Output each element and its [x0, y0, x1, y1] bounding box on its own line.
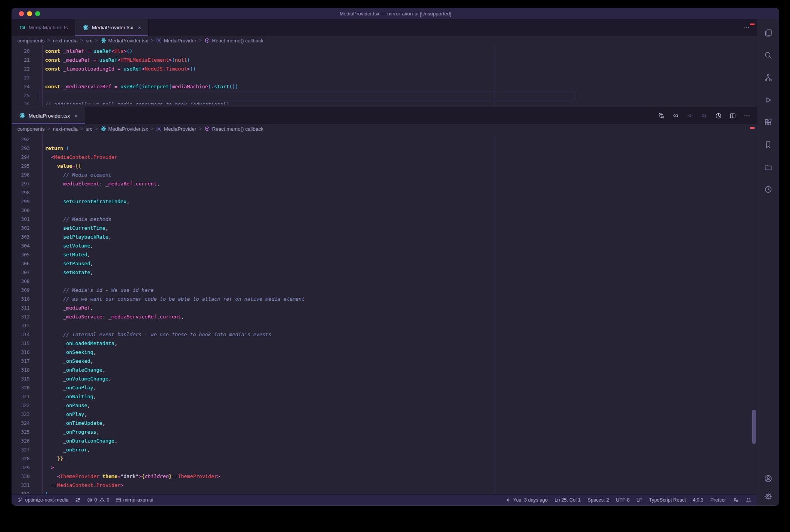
line-number[interactable]: 318 — [12, 365, 39, 374]
ts-version[interactable]: 4.0.3 — [693, 497, 704, 503]
line-number[interactable]: 328 — [12, 454, 39, 463]
code-line-20[interactable]: 20 const _hlsRef = useRef<Hls>() — [12, 47, 757, 56]
close-tab-icon[interactable]: × — [74, 113, 78, 119]
code-line-308[interactable]: 308 — [12, 277, 757, 286]
more-actions-icon[interactable] — [743, 112, 751, 120]
previous-change-icon[interactable] — [672, 112, 679, 120]
code-line-298[interactable]: 298 — [12, 188, 757, 197]
close-tab-icon[interactable]: × — [138, 25, 141, 30]
open-changes-icon[interactable] — [657, 112, 665, 120]
line-number[interactable]: 292 — [12, 135, 39, 144]
extensions-icon[interactable] — [763, 118, 773, 127]
breadcrumb-item[interactable]: React.memo() callback — [204, 38, 263, 44]
line-number[interactable]: 324 — [12, 419, 39, 428]
code-line-310[interactable]: 310 // as we want our consumer code to b… — [12, 295, 757, 303]
line-number[interactable]: 293 — [12, 144, 39, 153]
feedback-status[interactable] — [733, 497, 739, 503]
more-actions-icon[interactable] — [744, 24, 750, 30]
code-line-321[interactable]: 321 _onWaiting, — [12, 392, 757, 401]
notifications-status[interactable] — [746, 497, 751, 503]
line-number[interactable]: 24 — [12, 82, 39, 91]
change-dot-icon[interactable] — [686, 112, 694, 120]
breadcrumb-item[interactable]: components — [17, 126, 45, 132]
line-number[interactable]: 25 — [12, 91, 39, 100]
code-line-309[interactable]: 309 // Media's id - We use id here — [12, 286, 757, 295]
line-number[interactable]: 320 — [12, 383, 39, 392]
settings-gear-icon[interactable] — [763, 492, 773, 501]
line-number[interactable]: 299 — [12, 197, 39, 206]
line-number[interactable]: 329 — [12, 463, 39, 472]
code-line-292[interactable]: 292 — [12, 135, 757, 144]
code-line-306[interactable]: 306 setPaused, — [12, 259, 757, 268]
code-line-22[interactable]: 22 const _timeoutLoadingId = useRef<Node… — [12, 64, 757, 73]
line-number[interactable]: 321 — [12, 392, 39, 401]
breadcrumb-item[interactable]: next-media — [53, 126, 78, 132]
history-icon[interactable] — [763, 185, 773, 194]
code-line-320[interactable]: 320 _onCanPlay, — [12, 383, 757, 392]
code-line-326[interactable]: 326 _onDurationChange, — [12, 436, 757, 445]
breadcrumb-item[interactable]: MediaProvider — [156, 38, 196, 44]
line-number[interactable]: 332 — [12, 490, 39, 494]
code-line-323[interactable]: 323 _onPlay, — [12, 410, 757, 419]
blame-annotation[interactable]: You, 3 days ago — [505, 497, 547, 503]
code-line-295[interactable]: 295 value={{ — [12, 162, 757, 170]
timeline-icon[interactable] — [714, 112, 722, 120]
code-line-312[interactable]: 312 _mediaService: _mediaServiceRef.curr… — [12, 312, 757, 321]
vertical-scrollbar[interactable] — [752, 410, 756, 444]
line-number[interactable]: 310 — [12, 295, 39, 303]
line-number[interactable]: 309 — [12, 286, 39, 295]
code-line-316[interactable]: 316 _onSeeking, — [12, 348, 757, 357]
line-number[interactable]: 319 — [12, 374, 39, 383]
run-debug-icon[interactable] — [763, 95, 773, 104]
line-number[interactable]: 306 — [12, 259, 39, 268]
code-line-311[interactable]: 311 _mediaRef, — [12, 303, 757, 312]
tab-mediaprovider-top[interactable]: MediaProvider.tsx × — [75, 19, 149, 36]
code-line-317[interactable]: 317 _onSeeked, — [12, 357, 757, 365]
line-number[interactable]: 325 — [12, 428, 39, 436]
code-line-324[interactable]: 324 _onTimeUpdate, — [12, 419, 757, 428]
cursor-position[interactable]: Ln 25, Col 1 — [555, 497, 581, 503]
formatter-status[interactable]: Prettier — [711, 497, 726, 503]
tab-mediamachine[interactable]: TS MediaMachine.ts — [12, 19, 75, 36]
git-branch-status[interactable]: optimize-next-media — [17, 497, 69, 503]
breadcrumb-item[interactable]: MediaProvider — [156, 126, 196, 132]
line-number[interactable]: 314 — [12, 330, 39, 339]
code-line-23[interactable]: 23 — [12, 73, 757, 82]
breadcrumb-item[interactable]: React.memo() callback — [204, 126, 263, 132]
code-line-304[interactable]: 304 setVolume, — [12, 241, 757, 250]
code-editor-top[interactable]: 20 const _hlsRef = useRef<Hls>()21 const… — [12, 45, 757, 107]
line-number[interactable]: 26 — [12, 100, 39, 104]
line-number[interactable]: 322 — [12, 401, 39, 410]
code-line-305[interactable]: 305 setMuted, — [12, 250, 757, 259]
workspace-status[interactable]: mirror-axon-ui — [115, 497, 153, 503]
breadcrumb-item[interactable]: next-media — [53, 38, 78, 44]
code-line-303[interactable]: 303 setPlaybackRate, — [12, 232, 757, 241]
code-line-318[interactable]: 318 _onRateChange, — [12, 365, 757, 374]
line-number[interactable]: 23 — [12, 73, 39, 82]
code-line-315[interactable]: 315 _onLoadedMetadata, — [12, 339, 757, 348]
code-line-307[interactable]: 307 setRotate, — [12, 268, 757, 277]
line-number[interactable]: 305 — [12, 250, 39, 259]
code-line-314[interactable]: 314 // Internal event hanlders - we use … — [12, 330, 757, 339]
line-number[interactable]: 311 — [12, 303, 39, 312]
code-line-26[interactable]: 26 // additionally we tell media consume… — [12, 100, 757, 104]
tab-mediaprovider-bottom[interactable]: MediaProvider.tsx × — [12, 107, 85, 124]
problems-status[interactable]: 0 0 — [87, 497, 110, 503]
line-number[interactable]: 327 — [12, 445, 39, 454]
line-number[interactable]: 296 — [12, 170, 39, 179]
line-number[interactable]: 301 — [12, 215, 39, 224]
code-line-302[interactable]: 302 setCurrentTime, — [12, 224, 757, 232]
line-number[interactable]: 331 — [12, 481, 39, 490]
line-number[interactable]: 317 — [12, 357, 39, 365]
breadcrumb-item[interactable]: MediaProvider.tsx — [101, 126, 148, 132]
line-number[interactable]: 303 — [12, 232, 39, 241]
search-icon[interactable] — [763, 51, 773, 60]
code-line-322[interactable]: 322 _onPause, — [12, 401, 757, 410]
files-icon[interactable] — [763, 28, 773, 37]
line-number[interactable]: 20 — [12, 47, 39, 56]
code-line-330[interactable]: 330 <ThemeProvider theme="dark">{childre… — [12, 472, 757, 481]
code-line-331[interactable]: 331 </MediaContext.Provider> — [12, 481, 757, 490]
line-number[interactable]: 307 — [12, 268, 39, 277]
code-editor-bottom[interactable]: 292293 return (294 <MediaContext.Provide… — [12, 133, 757, 494]
line-number[interactable]: 294 — [12, 153, 39, 162]
